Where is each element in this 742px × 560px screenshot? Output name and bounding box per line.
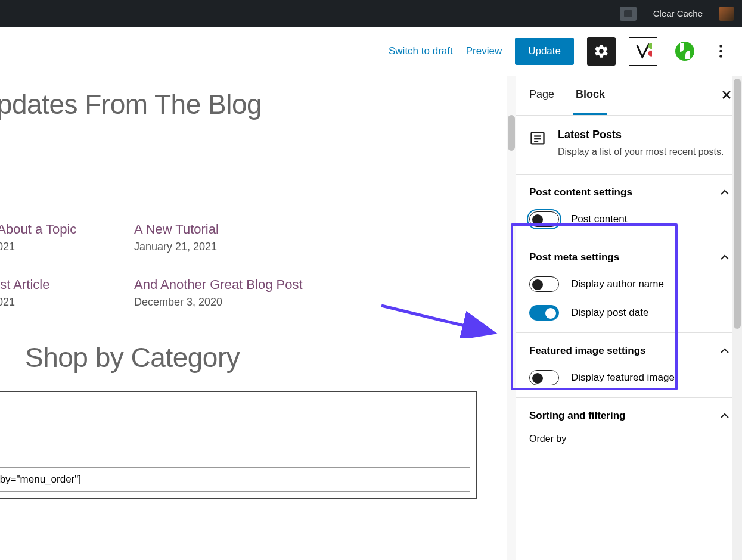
chevron-up-icon [721,413,729,419]
post-title[interactable]: g Post Article [0,277,122,293]
post-title[interactable]: A New Tutorial [134,222,313,237]
admin-bar: Clear Cache [0,0,742,27]
shop-by-category-heading[interactable]: Shop by Category [25,341,516,374]
panel-featured-image-settings: Featured image settings Display featured… [516,333,742,398]
toggle-row-featured: Display featured image [529,370,729,385]
toggle-row-date: Display post date [529,305,729,321]
latest-posts-block[interactable]: tion About a Topic 21, 2021 A New Tutori… [0,222,516,309]
editor-scrollbar[interactable] [507,76,516,560]
toggle-label: Display featured image [571,372,675,384]
scrollbar-thumb[interactable] [508,115,515,151]
svg-point-2 [719,45,722,48]
inspector-scrollbar[interactable] [732,76,742,560]
preview-button[interactable]: Preview [466,45,502,57]
yoast-button[interactable] [629,37,657,66]
toggle-display-author[interactable] [529,276,559,292]
order-by-label: Order by [529,434,729,444]
shortcode-input[interactable] [0,467,470,492]
blog-updates-heading[interactable]: est Updates From The Blog [0,88,516,120]
inspector-tabs: Page Block [516,76,742,116]
svg-point-1 [648,51,652,57]
update-button[interactable]: Update [515,38,574,65]
post-date: December 3, 2020 [134,296,313,309]
panel-toggle-post-content[interactable]: Post content settings [529,186,729,198]
panel-post-meta-settings: Post meta settings Display author name D… [516,239,742,333]
list-item[interactable]: A New Tutorial January 21, 2021 [134,222,313,253]
tab-page[interactable]: Page [527,76,557,115]
toggle-post-content[interactable] [529,211,559,227]
toggle-row-post-content: Post content [529,211,729,227]
post-date: 20, 2021 [0,296,122,309]
toggle-label: Display author name [571,278,664,290]
more-menu-button[interactable] [712,37,729,66]
block-name: Latest Posts [558,129,724,141]
chevron-up-icon [721,254,729,260]
panel-toggle-sorting[interactable]: Sorting and filtering [529,410,729,422]
avatar [719,7,734,21]
tab-block[interactable]: Block [573,76,607,115]
panel-toggle-featured[interactable]: Featured image settings [529,345,729,357]
panel-toggle-post-meta[interactable]: Post meta settings [529,251,729,263]
toggle-display-date[interactable] [529,305,559,321]
editor-canvas[interactable]: est Updates From The Blog tion About a T… [0,76,516,560]
panel-title: Post content settings [529,186,632,198]
adminbar-comments[interactable] [611,0,645,27]
latest-posts-icon [529,130,546,147]
toggle-display-featured[interactable] [529,370,559,385]
post-title[interactable]: And Another Great Blog Post [134,277,313,293]
switch-to-draft-button[interactable]: Switch to draft [389,45,453,57]
workspace: est Updates From The Blog tion About a T… [0,76,742,560]
comment-icon [620,7,637,21]
clear-cache-label: Clear Cache [653,8,703,18]
jetpack-button[interactable] [670,37,699,66]
post-date: 21, 2021 [0,241,122,253]
yoast-icon [634,42,652,60]
toggle-label: Post content [571,213,628,225]
inspector-sidebar: Page Block Latest Posts Display a list o… [516,76,742,560]
block-card: Latest Posts Display a list of your most… [516,116,742,175]
svg-point-4 [719,55,722,58]
adminbar-user[interactable] [711,0,737,27]
settings-button[interactable] [587,37,616,66]
panel-title: Featured image settings [529,345,646,357]
panel-post-content-settings: Post content settings Post content [516,175,742,239]
svg-line-5 [381,306,492,332]
editor-top-bar: Switch to draft Preview Update [0,27,742,76]
close-icon [722,90,731,99]
shortcode-block[interactable] [0,391,477,499]
block-description: Display a list of your most recent posts… [558,145,724,158]
scrollbar-thumb[interactable] [734,79,741,329]
adminbar-clear-cache[interactable]: Clear Cache [645,0,711,27]
list-item[interactable]: And Another Great Blog Post December 3, … [134,277,313,309]
chevron-up-icon [721,189,729,195]
post-date: January 21, 2021 [134,241,313,253]
list-item[interactable]: g Post Article 20, 2021 [0,277,122,309]
svg-point-3 [719,50,722,53]
gear-icon [594,43,609,59]
close-inspector-button[interactable] [722,89,731,102]
panel-sorting-filtering: Sorting and filtering Order by [516,398,742,456]
toggle-row-author: Display author name [529,276,729,292]
post-title[interactable]: tion About a Topic [0,222,122,237]
jetpack-icon [675,42,694,61]
toggle-label: Display post date [571,307,648,319]
kebab-icon [719,45,722,58]
list-item[interactable]: tion About a Topic 21, 2021 [0,222,122,253]
chevron-up-icon [721,348,729,354]
panel-title: Sorting and filtering [529,410,626,422]
panel-title: Post meta settings [529,251,619,263]
